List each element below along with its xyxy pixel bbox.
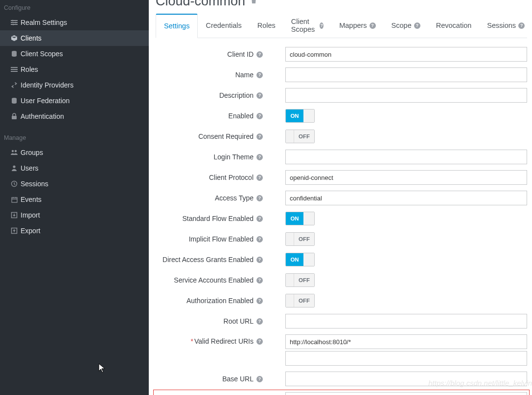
svg-rect-2: [11, 24, 18, 25]
help-icon[interactable]: ?: [320, 22, 324, 29]
toggle-handle: [303, 110, 314, 122]
help-icon[interactable]: ?: [370, 22, 376, 29]
main-content: Cloud-common Settings Credentials Roles …: [149, 0, 532, 395]
authorization-toggle[interactable]: OFF: [285, 294, 315, 307]
help-icon[interactable]: ?: [256, 318, 263, 325]
lock-icon: [8, 113, 21, 120]
help-icon[interactable]: ?: [256, 257, 263, 263]
redirect-uri-input[interactable]: [285, 334, 527, 349]
sidebar-item-realm-settings[interactable]: Realm Settings: [0, 15, 149, 30]
login-theme-select[interactable]: [285, 150, 527, 164]
export-icon: [8, 227, 21, 234]
sidebar-item-export[interactable]: Export: [0, 223, 149, 239]
help-icon[interactable]: ?: [256, 133, 263, 140]
sidebar-item-user-federation[interactable]: User Federation: [0, 93, 149, 109]
svg-point-4: [15, 22, 16, 23]
tab-label: Sessions: [487, 22, 516, 29]
tab-scope[interactable]: Scope?: [384, 14, 428, 38]
sidebar-item-label: Client Scopes: [21, 50, 63, 58]
tab-mappers[interactable]: Mappers?: [331, 14, 383, 38]
svg-point-3: [12, 20, 13, 21]
sidebar-item-import[interactable]: Import: [0, 207, 149, 223]
sidebar-item-identity-providers[interactable]: Identity Providers: [0, 77, 149, 93]
tab-credentials[interactable]: Credentials: [198, 14, 249, 38]
help-icon[interactable]: ?: [256, 195, 263, 201]
label-direct-grants: Direct Access Grants Enabled: [162, 256, 254, 263]
toggle-handle: [286, 274, 294, 286]
tab-label: Roles: [257, 22, 276, 29]
sidebar-item-groups[interactable]: Groups: [0, 145, 149, 160]
users-icon: [8, 149, 21, 156]
consent-required-toggle[interactable]: OFF: [285, 130, 315, 143]
redirect-uri-add-input[interactable]: [285, 351, 527, 366]
name-input[interactable]: [285, 67, 527, 82]
enabled-toggle[interactable]: ON: [285, 109, 315, 123]
help-icon[interactable]: ?: [256, 72, 263, 78]
help-icon[interactable]: ?: [256, 236, 263, 242]
tab-label: Scope: [392, 22, 412, 29]
help-icon[interactable]: ?: [256, 376, 263, 382]
sidebar-item-label: Clients: [21, 34, 42, 42]
label-implicit-flow: Implicit Flow Enabled: [189, 235, 254, 243]
label-root-url: Root URL: [224, 317, 254, 325]
sidebar-item-label: Export: [21, 227, 40, 235]
sidebar-section-manage-title: Manage: [0, 130, 149, 145]
root-url-input[interactable]: [285, 314, 527, 329]
admin-url-input[interactable]: [285, 392, 527, 395]
label-redirect-uris: Valid Redirect URIs: [194, 337, 254, 345]
exchange-icon: [8, 82, 21, 88]
page-title: Cloud-common: [156, 0, 245, 9]
sidebar-item-users[interactable]: Users: [0, 160, 149, 176]
tab-label: Client Scopes: [291, 18, 318, 33]
help-icon[interactable]: ?: [518, 22, 525, 29]
tab-settings[interactable]: Settings: [156, 14, 198, 38]
standard-flow-toggle[interactable]: ON: [285, 212, 315, 225]
sidebar: Configure Realm Settings Clients Client …: [0, 0, 149, 395]
sidebar-section-configure-title: Configure: [0, 0, 149, 15]
help-icon[interactable]: ?: [256, 216, 263, 222]
trash-icon[interactable]: [250, 0, 257, 7]
help-icon[interactable]: ?: [256, 277, 263, 284]
help-icon[interactable]: ?: [256, 92, 263, 99]
label-base-url: Base URL: [222, 375, 254, 383]
service-accounts-toggle[interactable]: OFF: [285, 273, 315, 287]
sidebar-item-label: Sessions: [21, 180, 48, 188]
client-protocol-select[interactable]: [285, 170, 527, 185]
sidebar-item-client-scopes[interactable]: Client Scopes: [0, 46, 149, 62]
direct-grants-toggle[interactable]: ON: [285, 253, 315, 266]
help-icon[interactable]: ?: [414, 22, 420, 29]
tab-sessions[interactable]: Sessions?: [479, 14, 532, 38]
label-access-type: Access Type: [215, 194, 254, 202]
implicit-flow-toggle[interactable]: OFF: [285, 232, 315, 246]
svg-point-12: [12, 150, 14, 152]
required-marker: *: [190, 337, 193, 345]
sidebar-item-authentication[interactable]: Authentication: [0, 109, 149, 124]
help-icon[interactable]: ?: [256, 298, 263, 304]
sidebar-item-clients[interactable]: Clients: [0, 30, 149, 46]
help-icon[interactable]: ?: [256, 51, 263, 58]
toggle-handle: [303, 253, 314, 266]
access-type-select[interactable]: [285, 191, 527, 205]
help-icon[interactable]: ?: [256, 338, 263, 345]
sidebar-item-sessions[interactable]: Sessions: [0, 176, 149, 192]
svg-rect-11: [12, 116, 17, 119]
label-consent-required: Consent Required: [198, 132, 254, 140]
svg-rect-16: [12, 198, 17, 202]
sidebar-item-label: Identity Providers: [21, 81, 73, 89]
admin-url-highlight: Admin URL?: [153, 390, 530, 395]
tab-label: Credentials: [206, 22, 241, 29]
client-id-input[interactable]: [285, 47, 527, 62]
svg-point-13: [15, 150, 17, 152]
tab-roles[interactable]: Roles: [250, 14, 283, 38]
stack-icon: [8, 50, 21, 57]
help-icon[interactable]: ?: [256, 175, 263, 181]
toggle-handle: [286, 233, 294, 245]
help-icon[interactable]: ?: [256, 154, 263, 160]
sidebar-item-events[interactable]: Events: [0, 192, 149, 207]
tab-revocation[interactable]: Revocation: [428, 14, 480, 38]
sidebar-item-roles[interactable]: Roles: [0, 62, 149, 77]
tab-client-scopes[interactable]: Client Scopes?: [283, 14, 331, 38]
description-input[interactable]: [285, 88, 527, 103]
help-icon[interactable]: ?: [256, 113, 263, 119]
tab-label: Mappers: [339, 22, 367, 29]
